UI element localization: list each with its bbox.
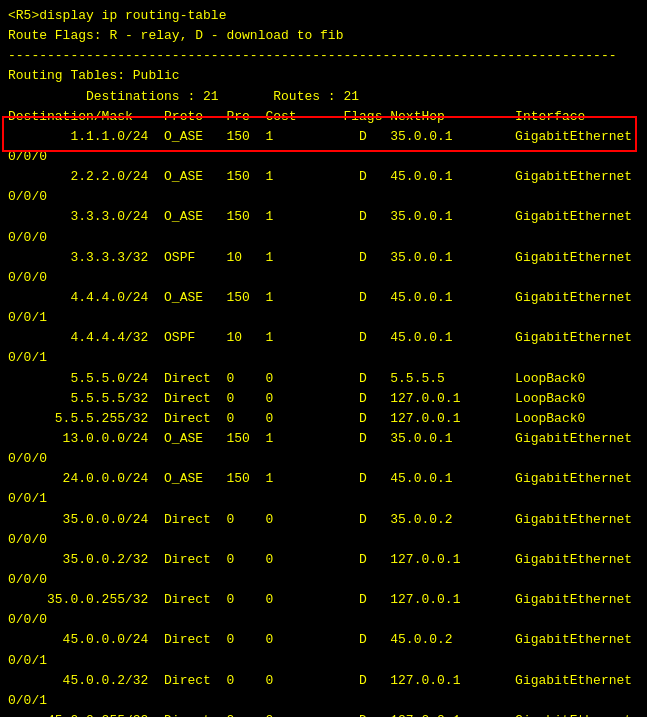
terminal-line-r14b: 0/0/0	[8, 610, 639, 630]
terminal-line-cmd: <R5>display ip routing-table	[8, 6, 639, 26]
terminal-line-r5a: 4.4.4.0/24 O_ASE 150 1 D 45.0.0.1 Gigabi…	[8, 288, 639, 308]
terminal-line-r11a: 24.0.0.0/24 O_ASE 150 1 D 45.0.0.1 Gigab…	[8, 469, 639, 489]
terminal-line-col-header: Destination/Mask Proto Pre Cost Flags Ne…	[8, 107, 639, 127]
terminal-window: <R5>display ip routing-tableRoute Flags:…	[0, 0, 647, 717]
terminal-line-table-header: Routing Tables: Public	[8, 66, 639, 86]
terminal-line-r9: 5.5.5.255/32 Direct 0 0 D 127.0.0.1 Loop…	[8, 409, 639, 429]
terminal-line-r16b: 0/0/1	[8, 691, 639, 711]
terminal-line-r7: 5.5.5.0/24 Direct 0 0 D 5.5.5.5 LoopBack…	[8, 369, 639, 389]
terminal-line-separator: ----------------------------------------…	[8, 46, 639, 66]
terminal-line-r1a: 1.1.1.0/24 O_ASE 150 1 D 35.0.0.1 Gigabi…	[8, 127, 639, 147]
terminal-line-r1b: 0/0/0	[8, 147, 639, 167]
terminal-line-r4b: 0/0/0	[8, 268, 639, 288]
terminal-line-r13b: 0/0/0	[8, 570, 639, 590]
terminal-line-r14a: 35.0.0.255/32 Direct 0 0 D 127.0.0.1 Gig…	[8, 590, 639, 610]
terminal-line-r8: 5.5.5.5/32 Direct 0 0 D 127.0.0.1 LoopBa…	[8, 389, 639, 409]
terminal-line-r10a: 13.0.0.0/24 O_ASE 150 1 D 35.0.0.1 Gigab…	[8, 429, 639, 449]
terminal-line-r2a: 2.2.2.0/24 O_ASE 150 1 D 45.0.0.1 Gigabi…	[8, 167, 639, 187]
terminal-line-r2b: 0/0/0	[8, 187, 639, 207]
terminal-line-r15a: 45.0.0.0/24 Direct 0 0 D 45.0.0.2 Gigabi…	[8, 630, 639, 650]
terminal-line-r16a: 45.0.0.2/32 Direct 0 0 D 127.0.0.1 Gigab…	[8, 671, 639, 691]
terminal-line-r3a: 3.3.3.0/24 O_ASE 150 1 D 35.0.0.1 Gigabi…	[8, 207, 639, 227]
terminal-line-r17a: 45.0.0.255/32 Direct 0 0 D 127.0.0.1 Gig…	[8, 711, 639, 717]
terminal-line-r12a: 35.0.0.0/24 Direct 0 0 D 35.0.0.2 Gigabi…	[8, 510, 639, 530]
terminal-line-r3b: 0/0/0	[8, 228, 639, 248]
terminal-line-flags-label: Route Flags: R - relay, D - download to …	[8, 26, 639, 46]
terminal-line-r12b: 0/0/0	[8, 530, 639, 550]
terminal-line-r6b: 0/0/1	[8, 348, 639, 368]
terminal-line-r4a: 3.3.3.3/32 OSPF 10 1 D 35.0.0.1 GigabitE…	[8, 248, 639, 268]
terminal-line-r5b: 0/0/1	[8, 308, 639, 328]
terminal-line-r15b: 0/0/1	[8, 651, 639, 671]
terminal-line-r6a: 4.4.4.4/32 OSPF 10 1 D 45.0.0.1 GigabitE…	[8, 328, 639, 348]
terminal-line-r13a: 35.0.0.2/32 Direct 0 0 D 127.0.0.1 Gigab…	[8, 550, 639, 570]
terminal-line-r10b: 0/0/0	[8, 449, 639, 469]
terminal-line-dest-routes: Destinations : 21 Routes : 21	[8, 87, 639, 107]
terminal-line-r11b: 0/0/1	[8, 489, 639, 509]
